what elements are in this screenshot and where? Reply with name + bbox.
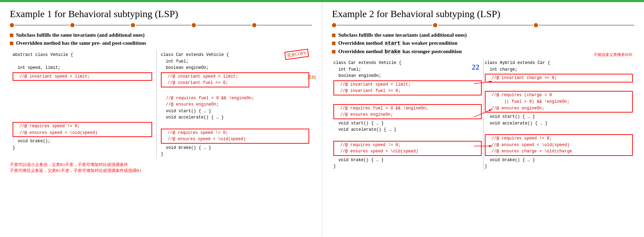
- slide2-right-req-speed: //@ requires speed != 0;: [487, 135, 631, 142]
- slide2-left-start-redbox: //@ requires fuel > 0 && !engineOn; //@ …: [333, 104, 482, 119]
- slide2-right-close: }: [485, 163, 633, 170]
- timeline-line-4: [197, 25, 252, 26]
- slide2-right-code: 不能说多父类继承叫叫 class Hybrid extends Car { in…: [483, 59, 635, 171]
- slide1-bottom-note: 子类可以缩小义务但，父类R1不变，子类可增加对比或强调条件 子类可绑后义务延，父…: [10, 162, 312, 174]
- slide2-handwriting-22: 22: [472, 63, 480, 72]
- slide1-right-brake-redbox: //@ requires speed != 0; //@ ensures spe…: [161, 129, 309, 144]
- slide2-left-start-box: //@ requires fuel > 0 && !engineOn; //@ …: [333, 104, 482, 119]
- timeline-dot-1: [10, 23, 14, 27]
- slide1-right-inv-speed: //@ invariant speed < limit;: [163, 73, 307, 80]
- slide2-left-brake-redbox: //@ requires speed != 0; //@ ensures spe…: [333, 141, 482, 156]
- slide1-left-brake-box: //@ requires speed != 0; //@ ensures spe…: [13, 122, 152, 137]
- slide2-right-blank2: [485, 127, 633, 133]
- timeline-line-5: [257, 25, 312, 26]
- slide1-left-header: abstract class Vehicle {: [13, 52, 152, 58]
- slide2-bullet-3: Overridden method brake has stronger pos…: [332, 49, 634, 55]
- slide1-right-req-speed: //@ requires speed != 0;: [163, 130, 307, 136]
- slide1-left-void-brake: void brake();: [13, 138, 152, 145]
- slide2-bullet-1: Subclass fulfills the same invariants (a…: [332, 32, 634, 38]
- slide1-title: Example 1 for Behavioral subtyping (LSP): [10, 8, 312, 20]
- slide2-right-req-fuel: || fuel > 0) && !engineOn;: [487, 99, 631, 105]
- timeline-dot-2: [70, 23, 75, 27]
- slide1-right-blank1: [161, 88, 309, 95]
- timeline-line-1: [15, 25, 70, 26]
- slide2-timeline-line-2: [438, 25, 533, 26]
- timeline-dot-3: [131, 23, 135, 27]
- slide2-bullet-2: Overridden method start has weaker preco…: [332, 40, 634, 46]
- slide2-left-brake: void brake() { … }: [333, 157, 482, 164]
- slide2-bullet-square-3: [332, 50, 335, 53]
- slide1-right-ens-engine: //@ ensures engineOn;: [161, 101, 309, 108]
- slide2-left-inv-redbox: //@ invariant speed < limit; //@ invaria…: [333, 80, 482, 95]
- slide2-left-fuel: int fuel;: [333, 66, 482, 73]
- slide1-bullet1-text: Subclass fulfills the same invariants (a…: [16, 32, 144, 38]
- bullet-square-1: [10, 34, 13, 37]
- slide1-stamp-area: 完全COPY: [285, 50, 309, 58]
- slide2-handwriting-top: 不能说多父类继承叫叫: [594, 52, 632, 57]
- slide2-right-charge: int charge;: [485, 66, 633, 73]
- slide2-bullet1-text: Subclass fulfills the same invariants (a…: [338, 32, 467, 38]
- slide2-bullet-square-1: [332, 34, 335, 37]
- slide2-right-acc: void accelerate() { … }: [485, 120, 633, 127]
- slide1-right-close: }: [161, 151, 309, 158]
- slide1-bullet-1: Subclass fulfills the same invariants (a…: [10, 32, 312, 38]
- slide1-left-blank5: [13, 101, 152, 108]
- slide2-bullets: Subclass fulfills the same invariants (a…: [332, 32, 634, 55]
- slide1-left-blank7: [13, 114, 152, 121]
- slide1-left-ens-speed: //@ ensures speed < \old(speed): [14, 130, 150, 136]
- slide-1: Example 1 for Behavioral subtyping (LSP)…: [0, 2, 322, 237]
- slide2-left-inv-fuel: //@ invariant fuel >= 0;: [335, 88, 480, 94]
- timeline-dot-5: [252, 23, 256, 27]
- slide2-left-req-speed: //@ requires speed != 0;: [335, 142, 480, 149]
- slide2-timeline-dot-3: [534, 23, 538, 27]
- slide2-timeline-line-3: [539, 25, 634, 26]
- slide2-right-start-redbox: //@ requires (charge > 0 || fuel > 0) &&…: [485, 91, 633, 113]
- slide2-left-inv-box: //@ invariant speed < limit; //@ invaria…: [333, 80, 482, 95]
- slide1-right-void-brake: void brake() { … }: [161, 145, 309, 151]
- slide1-right-blank2: [161, 121, 309, 128]
- main-content: Example 1 for Behavioral subtyping (LSP)…: [0, 2, 644, 237]
- slide1-left-invariant-box: //@ invariant speed < limit;: [13, 72, 152, 81]
- timeline-line-3: [136, 25, 191, 26]
- slide1-right-code: 完全COPY class Car extends Vehicle { int f…: [158, 50, 312, 159]
- slide1-left-brake-redbox: //@ requires speed != 0; //@ ensures spe…: [13, 122, 152, 137]
- slide1-left-blank1: [13, 58, 152, 65]
- slide2-timeline-line-1: [337, 25, 432, 26]
- slide2-bullet-square-2: [332, 42, 335, 45]
- timeline-dot-4: [192, 23, 196, 27]
- slide1-right-engine: boolean engineOn;: [161, 65, 309, 71]
- bullet-square-2: [10, 42, 13, 45]
- timeline-line-2: [75, 25, 130, 26]
- slide1-bullets: Subclass fulfills the same invariants (a…: [10, 32, 312, 46]
- slide1-right-invariant-redbox: //@ invariant speed < limit; //@ invaria…: [161, 72, 309, 87]
- slide2-left-start: void start() { … }: [333, 120, 482, 127]
- slide1-right-acc: void accelerate() { … }: [161, 114, 309, 121]
- slide2-right-inv-redbox: //@ invariant charge >= 0;: [485, 74, 633, 82]
- slide2-right-header: class Hybrid extends Car {: [485, 60, 633, 66]
- slide1-annotation1: 原始: [307, 74, 316, 80]
- slide1-left-blank3: [13, 88, 152, 95]
- slide2-left-engine: boolean engineOn;: [333, 73, 482, 79]
- slide1-left-blank2: [13, 82, 152, 88]
- slide2-right-start: void start() { … }: [485, 114, 633, 120]
- slide2-right-ens-engine: //@ ensures engineOn;: [487, 105, 631, 112]
- slide1-bullet-2: Overridden method has the same pre- and …: [10, 40, 312, 46]
- slide2-timeline-dot-2: [433, 23, 437, 27]
- slide2-right-inv-box: //@ invariant charge >= 0;: [485, 74, 633, 82]
- slide2-code-area: 22 class Car extends Vehicle { int fuel;…: [332, 59, 634, 171]
- slide2-bullet2-text: Overridden method start has weaker preco…: [338, 40, 458, 46]
- slide2-timeline-dot-1: [332, 23, 336, 27]
- slide1-bottom-note-line2: 子类可绑后义务延，父类R1不变，子类可增加对比或强调条件或强调R1: [10, 168, 141, 173]
- slide2-right-start-box: //@ requires (charge > 0 || fuel > 0) &&…: [485, 91, 633, 113]
- slide1-timeline: [10, 23, 312, 27]
- slide2-title: Example 2 for Behavioral subtyping (LSP): [332, 8, 634, 20]
- slide2-left-blank2: [333, 133, 482, 140]
- slide1-right-invariant-box: //@ invariant speed < limit; //@ invaria…: [161, 72, 309, 87]
- slide1-left-close: }: [13, 145, 152, 151]
- slide2-left-inv-speed: //@ invariant speed < limit;: [335, 81, 480, 88]
- slide2-left-acc: void accelerate() { … }: [333, 127, 482, 133]
- slide2-left-ens-engine: //@ ensures engineOn;: [335, 112, 480, 118]
- slide1-right-req-fuel: //@ requires fuel > 0 && !engineOn;: [161, 95, 309, 102]
- slide2-right-blank1: [485, 84, 633, 90]
- slide2-bullet3-text: Overridden method brake has stronger pos…: [338, 49, 462, 55]
